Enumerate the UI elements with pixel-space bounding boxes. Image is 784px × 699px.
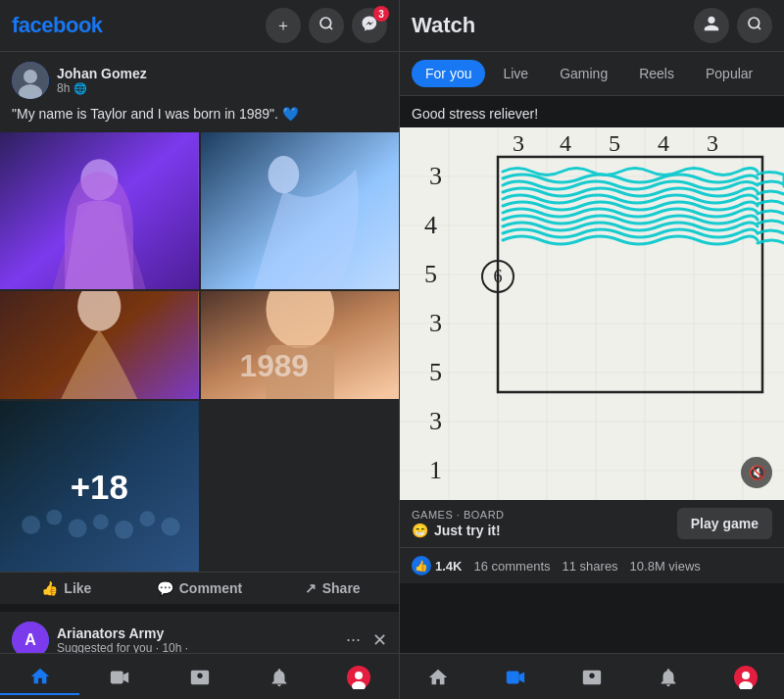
svg-text:3: 3 bbox=[429, 407, 442, 435]
post2-meta: Arianators Army Suggested for you · 10h … bbox=[57, 625, 334, 653]
svg-text:3: 3 bbox=[513, 130, 524, 156]
watch-nav-friends[interactable] bbox=[554, 660, 630, 695]
left-header: facebook ＋ bbox=[0, 0, 399, 52]
svg-marker-33 bbox=[123, 673, 129, 683]
watch-profile-button[interactable] bbox=[694, 8, 729, 43]
profile-icon bbox=[703, 15, 720, 36]
svg-rect-32 bbox=[111, 672, 123, 684]
share-button[interactable]: ↗ Share bbox=[266, 573, 399, 604]
nav-marketplace[interactable] bbox=[160, 660, 239, 695]
svg-text:5: 5 bbox=[609, 130, 620, 156]
video-category: GAMES · BOARD bbox=[412, 509, 505, 521]
photo-3 bbox=[0, 291, 199, 399]
nav-profile[interactable] bbox=[319, 660, 399, 695]
video-footer-left: GAMES · BOARD 😁 Just try it! bbox=[412, 509, 505, 538]
like-button[interactable]: 👍 Like bbox=[0, 573, 133, 604]
like-icon: 👍 bbox=[41, 580, 58, 596]
svg-text:5: 5 bbox=[424, 260, 437, 288]
add-icon: ＋ bbox=[275, 16, 291, 36]
watch-search-button[interactable] bbox=[737, 8, 772, 43]
watch-nav-home[interactable] bbox=[400, 660, 476, 695]
photo-4: 1989 bbox=[201, 291, 400, 399]
stress-label: Good stress reliever! bbox=[400, 96, 784, 127]
svg-line-38 bbox=[758, 26, 760, 29]
svg-point-20 bbox=[115, 520, 133, 538]
post1-actions: 👍 Like 💬 Comment ↗ Share bbox=[0, 572, 399, 604]
play-game-button[interactable]: Play game bbox=[677, 508, 772, 539]
comments-count: 16 comments bbox=[473, 559, 550, 574]
svg-text:3: 3 bbox=[429, 309, 442, 337]
photo-5-more: +18 bbox=[0, 401, 199, 572]
svg-text:1989: 1989 bbox=[239, 347, 308, 382]
like-icon: 👍 bbox=[412, 556, 431, 575]
svg-text:4: 4 bbox=[560, 130, 571, 156]
svg-rect-39 bbox=[400, 127, 784, 500]
post2-header: A Arianators Army Suggested for you · 10… bbox=[0, 612, 399, 653]
video-footer: GAMES · BOARD 😁 Just try it! Play game bbox=[400, 500, 784, 547]
search-button[interactable] bbox=[309, 8, 344, 43]
post1-time: 8h 🌐 bbox=[57, 81, 387, 95]
messenger-badge: 3 bbox=[373, 6, 389, 22]
watch-bottom-nav bbox=[400, 653, 784, 699]
add-button[interactable]: ＋ bbox=[266, 8, 301, 43]
shares-count: 11 shares bbox=[563, 559, 618, 574]
nav-notifications[interactable] bbox=[239, 660, 318, 695]
watch-content: Good stress reliever! bbox=[400, 96, 784, 653]
svg-point-72 bbox=[742, 672, 750, 679]
left-panel: facebook ＋ bbox=[0, 0, 400, 699]
nav-video[interactable] bbox=[79, 660, 159, 695]
video-title: Just try it! bbox=[434, 523, 501, 538]
svg-text:4: 4 bbox=[658, 130, 669, 156]
video-container[interactable]: 3 4 5 3 3 4 5 4 3 5 3 1 bbox=[400, 127, 784, 500]
search-icon-watch bbox=[747, 16, 762, 35]
tab-gaming[interactable]: Gaming bbox=[546, 60, 621, 87]
likes-count: 👍 1.4K bbox=[412, 556, 462, 575]
watch-nav-profile[interactable] bbox=[708, 660, 784, 695]
more-options-button[interactable]: ··· bbox=[342, 629, 365, 650]
tab-popular[interactable]: Popular bbox=[692, 60, 766, 87]
views-count: 10.8M views bbox=[630, 559, 701, 574]
watch-header-icons bbox=[694, 8, 772, 43]
watch-title: Watch bbox=[412, 13, 475, 38]
nav-home[interactable] bbox=[0, 660, 79, 695]
svg-text:6: 6 bbox=[494, 267, 503, 286]
messenger-button[interactable]: 3 bbox=[352, 8, 387, 43]
svg-text:5: 5 bbox=[429, 358, 442, 386]
svg-point-22 bbox=[162, 517, 180, 535]
svg-point-16 bbox=[22, 516, 40, 534]
facebook-logo: facebook bbox=[12, 13, 103, 38]
svg-rect-5 bbox=[0, 132, 199, 289]
comment-icon: 💬 bbox=[157, 580, 173, 596]
svg-text:A: A bbox=[24, 631, 36, 648]
video-stats: 👍 1.4K 16 comments 11 shares 10.8M views bbox=[400, 547, 784, 583]
svg-text:1: 1 bbox=[429, 456, 442, 484]
watch-nav-video[interactable] bbox=[476, 660, 553, 695]
share-label: Share bbox=[322, 580, 361, 596]
watch-tabs: For you Live Gaming Reels Popular bbox=[400, 52, 784, 96]
share-icon: ↗ bbox=[305, 580, 317, 596]
watch-nav-notifications[interactable] bbox=[630, 660, 707, 695]
photo-1 bbox=[0, 132, 199, 289]
svg-line-1 bbox=[329, 26, 332, 29]
privacy-icon: 🌐 bbox=[74, 82, 87, 95]
post1-avatar bbox=[12, 62, 49, 99]
video-title-emoji: 😁 bbox=[412, 523, 428, 538]
svg-point-0 bbox=[320, 18, 331, 28]
tab-live[interactable]: Live bbox=[489, 60, 542, 87]
mute-button[interactable]: 🔇 bbox=[741, 457, 772, 488]
tab-reels[interactable]: Reels bbox=[625, 60, 688, 87]
post2-suggested: Suggested for you · 10h · bbox=[57, 641, 334, 653]
svg-point-35 bbox=[355, 672, 363, 679]
svg-point-37 bbox=[749, 18, 760, 28]
comment-button[interactable]: 💬 Comment bbox=[133, 573, 267, 604]
comment-label: Comment bbox=[179, 580, 243, 596]
post2-avatar: A bbox=[12, 622, 49, 653]
svg-point-8 bbox=[268, 156, 299, 193]
search-icon bbox=[318, 16, 334, 35]
tab-for-you[interactable]: For you bbox=[412, 60, 485, 87]
svg-point-6 bbox=[80, 159, 118, 200]
post2-author: Arianators Army bbox=[57, 625, 334, 641]
right-panel: Watch F bbox=[400, 0, 784, 699]
close-post-button[interactable]: ✕ bbox=[372, 629, 387, 651]
svg-text:3: 3 bbox=[707, 130, 718, 156]
